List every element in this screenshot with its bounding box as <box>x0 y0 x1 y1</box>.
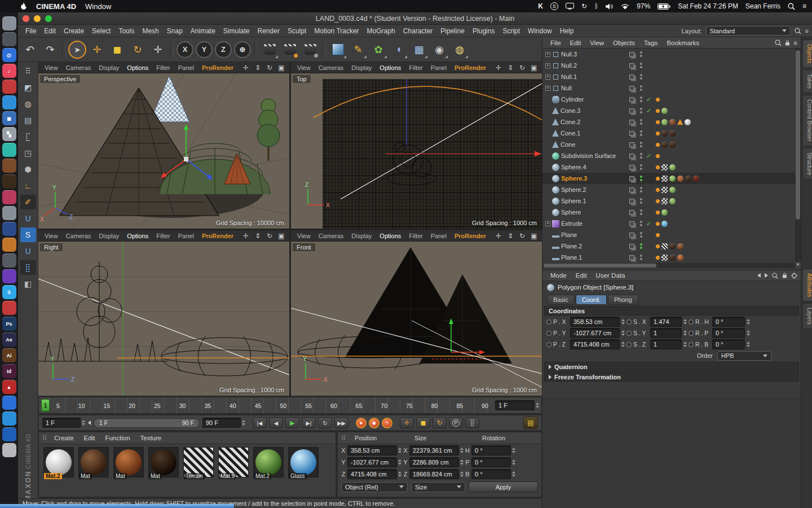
layer-icon[interactable] <box>629 165 634 170</box>
dock-checker-icon[interactable]: ▚ <box>2 127 16 141</box>
render-picture-viewer-icon[interactable] <box>280 40 299 59</box>
stepper[interactable] <box>460 448 464 453</box>
material-menu-item[interactable]: Create <box>49 435 79 441</box>
tag-chip-checker[interactable] <box>661 164 668 170</box>
object-plane2[interactable]: Plane.2 <box>542 240 795 252</box>
toggle-view-icon[interactable]: ▣ <box>277 232 285 240</box>
rotation-field[interactable]: 0 ° <box>471 445 511 456</box>
layer-icon[interactable] <box>629 255 634 260</box>
visibility-dots-icon[interactable] <box>640 97 643 102</box>
attribute-tab[interactable]: Coord. <box>576 295 607 305</box>
object-label[interactable]: Sphere.2 <box>561 186 586 193</box>
bluetooth-icon[interactable]: ᛒ <box>594 2 598 10</box>
redo-icon[interactable]: ↷ <box>41 40 60 59</box>
prev-key-button[interactable]: ◀ <box>269 417 283 428</box>
manager-tab[interactable]: Structure <box>802 148 812 180</box>
stepper[interactable] <box>512 459 515 465</box>
right-viewport[interactable]: Y Z Right Grid Spacing : 1000 cm <box>38 242 289 396</box>
layer-icon[interactable] <box>629 75 634 80</box>
panel-handle-icon[interactable]: ⠿ <box>42 435 47 442</box>
move-view-icon[interactable]: ✛ <box>495 232 502 240</box>
current-frame-field[interactable]: 1 F <box>495 400 535 410</box>
close-button[interactable] <box>23 15 29 22</box>
object-null3[interactable]: + Null.3 <box>542 49 795 60</box>
object-sphere2[interactable]: Sphere.2 <box>542 184 795 195</box>
simulate-deformer-icon[interactable]: ◖ <box>389 40 408 59</box>
key-circle-icon[interactable] <box>546 331 551 336</box>
zoom-view-icon[interactable]: ⇕ <box>254 232 262 240</box>
object-label[interactable]: Plane.2 <box>561 243 582 249</box>
dock-cinema4d-icon[interactable]: ◼ <box>2 111 16 125</box>
layer-icon[interactable] <box>629 86 634 91</box>
dock-chat-icon[interactable] <box>2 143 16 157</box>
tag-chip-checker[interactable] <box>661 198 668 204</box>
toolbar-button[interactable] <box>62 41 66 58</box>
visibility-dots-icon[interactable] <box>640 119 643 125</box>
material-mat9[interactable]: Mat.9 <box>218 447 249 489</box>
material-menu-item[interactable]: Edit <box>79 435 100 441</box>
app-menu-item[interactable]: MoGraph <box>363 25 399 37</box>
object-label[interactable]: Cone <box>561 141 575 148</box>
stepper[interactable] <box>621 341 625 347</box>
tag-chip-dark[interactable] <box>669 255 676 261</box>
viewport-menu-item[interactable]: Cameras <box>315 233 348 239</box>
layer-icon[interactable] <box>629 244 634 249</box>
loop-button[interactable]: ↻ <box>318 417 332 428</box>
lock-workplane-icon[interactable]: ◧ <box>20 277 36 291</box>
r-field[interactable]: 0 ° <box>712 317 745 327</box>
tag-chip-darkred[interactable] <box>693 176 699 182</box>
coord-system-icon[interactable]: ⊕ <box>234 41 251 58</box>
object-label[interactable]: Null.1 <box>561 73 577 80</box>
key-circle-icon[interactable] <box>546 319 551 325</box>
object-extrude[interactable]: + Extrude ✓ <box>542 218 795 229</box>
goto-start-button[interactable]: |◀ <box>253 417 267 428</box>
edges-mode-icon[interactable]: ◳ <box>20 146 36 160</box>
display-icon[interactable] <box>566 3 574 10</box>
app-menu-item[interactable]: Mesh <box>138 25 162 37</box>
magnet-snap-icon[interactable]: U <box>20 211 36 226</box>
dock-gear-icon[interactable] <box>2 253 16 268</box>
panel-handle-icon[interactable]: ⠿ <box>341 435 346 442</box>
tag-chip-odot[interactable] <box>656 109 660 113</box>
enabled-check-icon[interactable]: ✓ <box>646 96 653 103</box>
object-cone2[interactable]: Cone.2 <box>542 116 795 128</box>
dock-app-blue2-icon[interactable] <box>2 396 16 410</box>
material-menu-item[interactable]: Texture <box>135 435 167 441</box>
history-back-icon[interactable] <box>757 273 761 278</box>
toolbar-button[interactable] <box>170 41 174 58</box>
attribute-menu-item[interactable]: Mode <box>546 272 571 279</box>
visibility-dots-icon[interactable] <box>640 51 643 57</box>
position-field[interactable]: 4715.408 cm <box>347 469 397 479</box>
tag-chip-odot[interactable] <box>656 143 660 147</box>
rotate-tool-icon[interactable]: ↻ <box>128 40 147 59</box>
dock-indesign-icon[interactable]: Id <box>2 364 16 378</box>
render-view-icon[interactable] <box>260 40 279 59</box>
stepper[interactable] <box>460 471 464 477</box>
lock-icon[interactable] <box>782 273 787 278</box>
dock-finder-icon[interactable] <box>2 16 16 30</box>
app-menu-item[interactable]: Script <box>498 25 524 37</box>
toggle-view-icon[interactable]: ▣ <box>277 64 285 72</box>
dock-photoshop-icon[interactable]: Ps <box>2 317 16 331</box>
viewport-menu-item[interactable]: Options <box>123 233 152 239</box>
visibility-dots-icon[interactable] <box>640 164 643 170</box>
stepper[interactable] <box>683 330 687 336</box>
material-glass[interactable]: Glass <box>288 447 319 489</box>
viewport-menu-item[interactable]: Cameras <box>62 64 95 71</box>
tag-chip-dark[interactable] <box>669 130 676 137</box>
enabled-check-icon[interactable]: ✓ <box>646 107 653 115</box>
dock-acrobat-icon[interactable]: ▲ <box>2 380 16 394</box>
app-menu-item[interactable]: Motion Tracker <box>310 25 363 37</box>
s-field[interactable]: 1 <box>650 339 682 349</box>
attribute-tab[interactable]: Phong <box>608 295 638 305</box>
visibility-dots-icon[interactable] <box>640 130 643 136</box>
r-field[interactable]: 0 ° <box>712 339 745 349</box>
enabled-check-icon[interactable]: ✓ <box>646 152 653 160</box>
app-menu-item[interactable]: File <box>21 25 40 37</box>
object-label[interactable]: Sphere.3 <box>561 175 587 182</box>
collapsed-section-header[interactable]: Quaternion <box>544 362 799 371</box>
coordinates-section-header[interactable]: Coordinates <box>544 306 799 316</box>
object-label[interactable]: Extrude <box>561 220 582 227</box>
layer-icon[interactable] <box>629 108 634 113</box>
dock-flower-icon[interactable] <box>2 190 16 204</box>
